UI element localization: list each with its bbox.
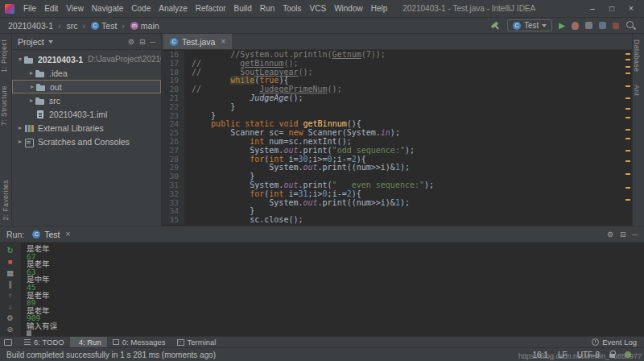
- menu-file[interactable]: File: [19, 4, 40, 13]
- gutter-line-number[interactable]: 22: [162, 103, 184, 112]
- tree-label: Scratches and Consoles: [38, 137, 130, 147]
- gutter-line-number[interactable]: 17: [162, 60, 184, 68]
- class-icon: C: [91, 22, 99, 30]
- tool-tab-4-run[interactable]: 4: Run: [70, 337, 107, 347]
- gutter-line-number[interactable]: 27: [162, 147, 184, 156]
- tool-tab-terminal[interactable]: Terminal: [171, 337, 222, 347]
- file-encoding[interactable]: UTF-8: [577, 351, 600, 359]
- menu-navigate[interactable]: Navigate: [88, 4, 127, 13]
- menu-build[interactable]: Build: [230, 4, 256, 13]
- hide-panel-icon[interactable]: [151, 38, 155, 46]
- menu-vcs[interactable]: VCS: [306, 4, 331, 13]
- event-log-button[interactable]: Event Log: [592, 338, 640, 346]
- readonly-lock-icon[interactable]: [609, 354, 615, 358]
- tool-button-ant[interactable]: Ant: [633, 85, 641, 96]
- status-widgets: 16:1 LF UTF-8: [533, 351, 631, 359]
- tree-item-idea[interactable]: .idea: [12, 66, 161, 80]
- maximize-button[interactable]: □: [602, 2, 621, 16]
- rerun-icon[interactable]: ↻: [4, 245, 17, 255]
- line-separator[interactable]: LF: [558, 351, 568, 359]
- console-line: 是老年: [27, 292, 638, 300]
- run-toolbar: ↻■▦∥↑↓⚙⊘: [0, 243, 21, 336]
- error-stripe[interactable]: [624, 50, 632, 226]
- code-editor[interactable]: 16 //System.out.println(Getnum(7));17// …: [162, 50, 632, 226]
- menu-analyze[interactable]: Analyze: [155, 4, 192, 13]
- breadcrumb-test[interactable]: CTest: [80, 21, 119, 31]
- menu-code[interactable]: Code: [127, 4, 155, 13]
- console-output[interactable]: 是老年67是老年63是中年45是老年89是老年909输入有误: [21, 243, 644, 336]
- pause-icon[interactable]: ∥: [4, 279, 17, 289]
- gutter-line-number[interactable]: 32: [162, 190, 184, 199]
- hide-panel-icon[interactable]: [633, 230, 638, 239]
- restore-layout-icon[interactable]: ▦: [4, 268, 17, 278]
- clear-icon[interactable]: ⊘: [4, 324, 17, 334]
- class-icon: C: [170, 38, 178, 46]
- minimize-button[interactable]: –: [583, 2, 602, 16]
- tree-item-scratches-and-consoles[interactable]: Scratches and Consoles: [12, 135, 161, 148]
- code-text: sc.close();: [184, 216, 303, 225]
- status-bar: Build completed successfully in 1 s 281 …: [0, 347, 644, 361]
- breadcrumb-20210403-1[interactable]: 20210403-1: [6, 21, 55, 31]
- run-tab-label: Test: [44, 230, 60, 239]
- scroll-up-icon[interactable]: ↑: [4, 290, 17, 301]
- tool-button-1-project[interactable]: 1: Project: [0, 39, 8, 73]
- tool-tab-0-messages[interactable]: 0: Messages: [107, 337, 171, 347]
- stop-button[interactable]: [613, 23, 619, 29]
- navigation-bar: 20210403-1srcCTestmmain: [6, 21, 161, 31]
- run-panel-body: ↻■▦∥↑↓⚙⊘ 是老年67是老年63是中年45是老年89是老年909输入有误: [0, 243, 644, 336]
- menu-tools[interactable]: Tools: [279, 4, 305, 13]
- console-line: 是中年: [27, 276, 638, 284]
- search-everywhere-icon[interactable]: [625, 20, 636, 31]
- build-project-icon[interactable]: [490, 20, 501, 31]
- tool-button-2-favorites[interactable]: 2: Favorites: [2, 180, 10, 220]
- menu-run[interactable]: Run: [256, 4, 279, 13]
- profiler-button[interactable]: [599, 22, 606, 29]
- tree-item-src[interactable]: src: [12, 93, 161, 107]
- warning-stripe-mark: [625, 108, 630, 110]
- menu-help[interactable]: Help: [367, 4, 392, 13]
- tool-windows-icon[interactable]: [4, 339, 12, 346]
- close-button[interactable]: ×: [621, 2, 641, 16]
- warning-stripe-mark: [625, 98, 630, 99]
- tool-tab-label: 0: Messages: [122, 338, 166, 346]
- editor-tab-test-java[interactable]: C Test.java ×: [163, 34, 232, 49]
- chevron-down-icon: [16, 56, 24, 63]
- caret-position[interactable]: 16:1: [533, 351, 548, 359]
- settings-icon[interactable]: ⚙: [4, 313, 17, 323]
- tool-button-database[interactable]: Database: [633, 39, 641, 72]
- tree-item-20210403-1[interactable]: 20210403-1D:\JavaProject\20210403-1: [12, 52, 161, 66]
- menu-refactor[interactable]: Refactor: [192, 4, 230, 13]
- console-caret[interactable]: [27, 330, 31, 336]
- collapse-all-icon[interactable]: [139, 38, 146, 46]
- tree-item-20210403-1-iml[interactable]: 20210403-1.iml: [12, 107, 161, 121]
- gear-icon[interactable]: [128, 38, 134, 46]
- menu-window[interactable]: Window: [330, 4, 367, 13]
- highlighting-level-icon[interactable]: [625, 351, 631, 358]
- run-config-select[interactable]: C Test: [507, 19, 552, 31]
- close-run-tab-icon[interactable]: ×: [65, 230, 70, 239]
- debug-button[interactable]: [572, 22, 579, 30]
- stop-icon[interactable]: ■: [4, 256, 17, 267]
- tool-button-7-structure[interactable]: 7: Structure: [0, 85, 8, 126]
- breadcrumb-src[interactable]: src: [55, 21, 80, 31]
- tree-item-external-libraries[interactable]: External Libraries: [12, 121, 161, 135]
- console-line: 输入有误: [27, 322, 638, 330]
- breadcrumb-main[interactable]: mmain: [118, 21, 160, 31]
- gear-icon[interactable]: [607, 230, 613, 239]
- collapse-panel-icon[interactable]: [620, 230, 626, 239]
- chevron-right-icon: [16, 138, 24, 145]
- scroll-down-icon[interactable]: ↓: [4, 301, 17, 312]
- tool-window-bar: 6: TODO4: Run0: MessagesTerminal Event L…: [0, 336, 644, 347]
- tool-tab-6-todo[interactable]: 6: TODO: [19, 337, 70, 347]
- chevron-right-icon: [16, 124, 24, 131]
- menu-edit[interactable]: Edit: [40, 4, 62, 13]
- run-tab-test[interactable]: C Test ×: [32, 230, 70, 239]
- tree-item-out[interactable]: out: [12, 80, 161, 93]
- run-button[interactable]: ▶: [559, 21, 565, 31]
- left-tool-strip: 1: Project7: Structure 2: Favorites: [0, 34, 12, 226]
- menu-view[interactable]: View: [62, 4, 88, 13]
- project-panel-title[interactable]: Project: [18, 37, 44, 47]
- gutter-line-number[interactable]: 35: [162, 216, 184, 225]
- coverage-button[interactable]: [585, 22, 592, 29]
- close-tab-icon[interactable]: ×: [221, 37, 225, 46]
